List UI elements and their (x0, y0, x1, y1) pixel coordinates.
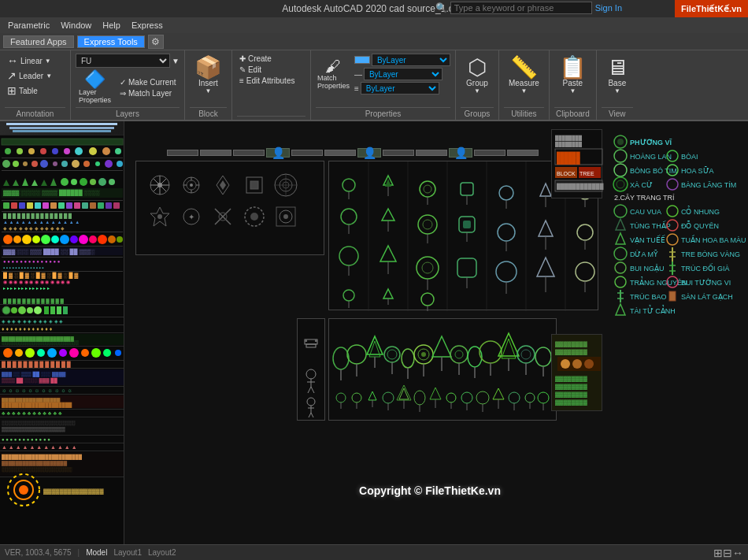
svg-rect-45 (43, 202, 49, 209)
match-layer-btn[interactable]: ⇒Match Layer (117, 88, 179, 98)
sign-in-link[interactable]: Sign In (595, 3, 622, 13)
svg-rect-50 (82, 202, 88, 209)
drawing-area[interactable]: ▓▓▓▓ ░░░░░ ▒▒▒▒ ██████ ░░░░ (0, 121, 748, 560)
model-tab[interactable]: Model (86, 548, 107, 557)
svg-rect-136 (0, 451, 124, 451)
svg-point-17 (53, 161, 57, 166)
insert-btn[interactable]: 📦 Insert ▼ (190, 54, 227, 98)
svg-point-282 (450, 346, 468, 363)
lineweight-selector[interactable]: ByLayer (361, 82, 439, 95)
svg-text:▓▓▓▓▓▓▓▓▓▓▓▓▓▓▓: ▓▓▓▓▓▓▓▓▓▓▓▓▓▓▓ (43, 488, 104, 495)
svg-text:TUẦN HOA BA MÀU: TUẦN HOA BA MÀU (681, 235, 746, 244)
zoom-controls[interactable]: ⊞⊟↔ (713, 547, 743, 559)
svg-marker-30 (50, 178, 57, 186)
main-drawing-content[interactable]: 👤 👤 👤 (128, 121, 748, 544)
svg-text:████████: ████████ (555, 135, 583, 141)
svg-point-7 (75, 147, 83, 155)
svg-rect-120 (0, 386, 124, 387)
svg-text:VẠN TUẾẾ: VẠN TUẾẾ (630, 235, 665, 244)
svg-rect-132 (0, 435, 124, 436)
svg-rect-94 (0, 317, 124, 317)
svg-point-314 (461, 392, 472, 403)
svg-point-209 (418, 215, 437, 234)
svg-rect-329 (315, 339, 317, 342)
measure-btn[interactable]: 📏 Measure ▼ (504, 54, 544, 98)
express-tools-tab[interactable]: Express Tools (77, 35, 145, 48)
svg-text:BÒNG BÓ TIM: BÒNG BÓ TIM (630, 167, 677, 175)
group-btn[interactable]: ⬡ Group ▼ (461, 54, 493, 98)
svg-point-10 (115, 148, 121, 154)
search-input[interactable] (450, 2, 592, 14)
featured-apps-tab[interactable]: Featured Apps (3, 35, 74, 48)
svg-text:HOA SỮA: HOA SỮA (681, 166, 714, 175)
workspace-icon[interactable]: ⚙ (148, 35, 164, 49)
layout2-tab[interactable]: Layout2 (148, 548, 176, 557)
svg-point-274 (402, 349, 414, 368)
svg-rect-122 (0, 394, 124, 395)
svg-point-278 (421, 352, 426, 357)
svg-point-264 (333, 347, 349, 369)
svg-point-360 (667, 206, 678, 217)
edit-attributes-btn[interactable]: ≡Edit Attributes (237, 76, 298, 86)
groups-label: Groups (461, 107, 494, 118)
svg-text:░░░░░░░░░░░░░░░░░░░░░░░: ░░░░░░░░░░░░░░░░░░░░░░░ (2, 340, 80, 346)
svg-marker-362 (616, 219, 625, 230)
svg-point-8 (89, 147, 97, 155)
utilities-label: Utilities (504, 107, 544, 118)
svg-point-19 (72, 160, 80, 168)
svg-text:▪ ▪ ▪ ▪ ▪ ▪ ▪ ▪ ▪ ▪ ▪ ▪ ▪ ▪: ▪ ▪ ▪ ▪ ▪ ▪ ▪ ▪ ▪ ▪ ▪ ▪ ▪ ▪ (3, 265, 43, 270)
view-label: View (602, 107, 633, 118)
svg-point-32 (71, 179, 77, 185)
svg-point-299 (352, 393, 361, 402)
svg-point-346 (614, 164, 627, 176)
table-btn[interactable]: ⊞ Table (5, 83, 40, 98)
create-btn[interactable]: ✚Create (237, 54, 274, 64)
svg-point-368 (667, 234, 678, 245)
menu-window[interactable]: Window (56, 19, 96, 32)
edit-btn[interactable]: ✎Edit (237, 65, 264, 75)
svg-text:█ █ █ █ █ █ █ █ █ █ █ █ █ █ █: █ █ █ █ █ █ █ █ █ █ █ █ █ █ █ (3, 213, 72, 219)
menu-express[interactable]: Express (127, 19, 168, 32)
svg-point-335 (307, 398, 315, 406)
linetype-selector[interactable]: ByLayer (364, 68, 443, 80)
layer-selector[interactable]: FU (76, 54, 170, 68)
layout1-tab[interactable]: Layout1 (113, 548, 142, 557)
menu-parametric[interactable]: Parametric (3, 19, 54, 32)
leader-btn[interactable]: ↗ Leader ▼ (5, 69, 54, 83)
svg-point-110 (81, 349, 89, 357)
svg-point-193 (339, 247, 358, 265)
make-current-btn[interactable]: ✓Make Current (117, 77, 179, 87)
color-selector[interactable]: ByLayer (372, 54, 450, 66)
paste-btn[interactable]: 📋 Paste ▼ (554, 54, 591, 98)
svg-text:▓▓▓▓▓▓▓▓: ▓▓▓▓▓▓▓▓ (555, 391, 588, 398)
svg-point-67 (70, 235, 78, 243)
menu-help[interactable]: Help (98, 19, 125, 32)
svg-rect-54 (113, 202, 120, 209)
svg-text:☼ ☼ ☼ ☼ ☼ ☼ ☼ ☼ ☼ ☼ ☼: ☼ ☼ ☼ ☼ ☼ ☼ ☼ ☼ ☼ ☼ ☼ (2, 388, 72, 393)
svg-point-109 (69, 348, 79, 358)
layer-properties-btn[interactable]: 🔷 LayerProperties (76, 69, 114, 106)
svg-point-35 (98, 178, 106, 186)
svg-text:█ ▓ ░ █ ▓ ░ █ ▓ ░ █ ▓ ░ █ ▓: █ ▓ ░ █ ▓ ░ █ ▓ ░ █ ▓ ░ █ ▓ (3, 272, 79, 280)
svg-line-338 (309, 413, 311, 417)
properties-label: Properties (316, 107, 450, 118)
svg-point-23 (117, 161, 123, 167)
statusbar: VER, 1003.4, 5675 | Model Layout1 Layout… (0, 544, 748, 560)
svg-text:▓ ▓ ▓ ▓ ▓ ▓ ▓ ▓ ▓ ▓ ▓ ▓ ▓: ▓ ▓ ▓ ▓ ▓ ▓ ▓ ▓ ▓ ▓ ▓ ▓ ▓ (3, 299, 64, 304)
svg-point-344 (614, 150, 627, 162)
svg-point-287 (480, 341, 502, 363)
base-btn[interactable]: 🖥 Base ▼ (602, 54, 633, 98)
svg-text:XÀ CỪ: XÀ CỪ (630, 180, 653, 189)
svg-rect-141 (0, 477, 124, 477)
match-properties-btn[interactable]: 🖌 MatchProperties (316, 57, 351, 91)
svg-text:TRÚC BAO: TRÚC BAO (630, 293, 667, 301)
linear-btn[interactable]: ↔ Linear ▼ (5, 54, 54, 68)
svg-text:♦ ♦ ♦ ♦ ♦ ♦ ♦ ♦ ♦ ♦ ♦ ♦: ♦ ♦ ♦ ♦ ♦ ♦ ♦ ♦ ♦ ♦ ♦ ♦ (2, 326, 53, 332)
svg-point-105 (25, 348, 35, 358)
layer-dropdown-btn[interactable]: ▼ (172, 57, 180, 65)
svg-marker-200 (382, 209, 394, 221)
svg-point-292 (517, 346, 535, 363)
svg-point-297 (336, 393, 346, 402)
svg-rect-220 (463, 221, 471, 228)
menubar: Parametric Window Help Express (0, 17, 748, 33)
